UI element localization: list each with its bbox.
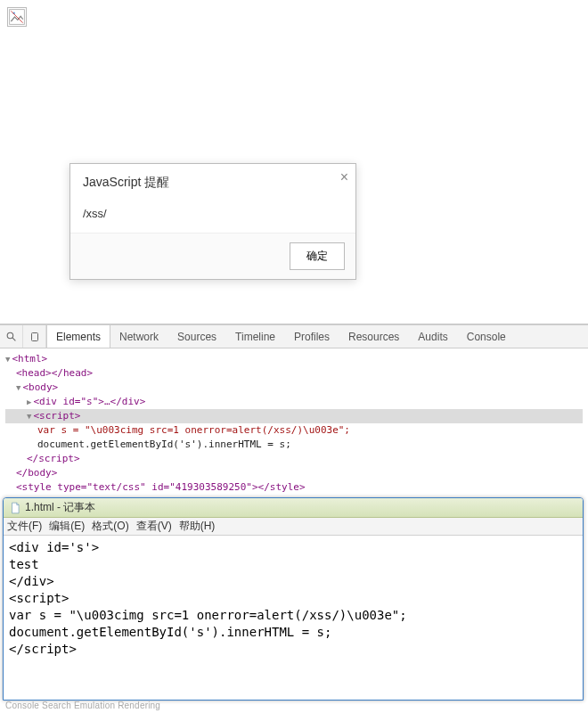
dom-line: <html> xyxy=(12,353,47,365)
menu-file[interactable]: 文件(F) xyxy=(7,519,42,534)
dialog-title-text: JavaScript 提醒 xyxy=(83,175,169,189)
dom-line: <head></head> xyxy=(16,367,93,379)
tab-console[interactable]: Console xyxy=(458,325,516,348)
devtools-tabbar: Elements Network Sources Timeline Profil… xyxy=(0,325,588,348)
tab-audits[interactable]: Audits xyxy=(409,325,457,348)
notepad-title-text: 1.html - 记事本 xyxy=(25,500,95,515)
menu-edit[interactable]: 编辑(E) xyxy=(49,519,85,534)
tab-elements[interactable]: Elements xyxy=(46,325,110,348)
svg-rect-5 xyxy=(31,332,37,340)
svg-line-4 xyxy=(12,338,15,340)
tab-timeline[interactable]: Timeline xyxy=(226,325,285,348)
menu-format[interactable]: 格式(O) xyxy=(92,519,128,534)
dom-line: document.getElementById('s').innerHTML =… xyxy=(37,438,291,450)
dom-line: <style type="text/css" id="419303589250"… xyxy=(16,481,306,493)
dialog-message: /xss/ xyxy=(70,198,355,234)
menu-view[interactable]: 查看(V) xyxy=(136,519,172,534)
devtools-subtabs: Console Search Emulation Rendering xyxy=(0,701,160,713)
js-alert-dialog: JavaScript 提醒 × /xss/ 确定 xyxy=(69,163,356,280)
devtools-panel: Elements Network Sources Timeline Profil… xyxy=(0,324,588,497)
inspect-icon[interactable] xyxy=(0,325,23,348)
dom-line: </script> xyxy=(27,453,80,464)
device-mode-icon[interactable] xyxy=(23,325,46,348)
document-icon xyxy=(9,502,21,514)
dom-line: </body> xyxy=(16,467,57,479)
broken-image-icon xyxy=(7,7,27,27)
notepad-menubar: 文件(F) 编辑(E) 格式(O) 查看(V) 帮助(H) xyxy=(4,518,583,536)
dom-line: <div id="s">…</div> xyxy=(33,396,145,407)
dialog-footer: 确定 xyxy=(70,234,355,279)
notepad-window: 1.html - 记事本 文件(F) 编辑(E) 格式(O) 查看(V) 帮助(… xyxy=(3,497,584,701)
notepad-titlebar[interactable]: 1.html - 记事本 xyxy=(4,498,583,518)
dom-tree[interactable]: ▼<html> <head></head> ▼<body> ▶<div id="… xyxy=(0,348,588,497)
tab-sources[interactable]: Sources xyxy=(168,325,226,348)
tab-resources[interactable]: Resources xyxy=(339,325,409,348)
dialog-close-button[interactable]: × xyxy=(340,169,348,185)
dialog-ok-button[interactable]: 确定 xyxy=(290,242,345,270)
notepad-textarea[interactable]: <div id='s'> test </div> <script> var s … xyxy=(4,536,583,661)
dom-line: <script> xyxy=(33,410,80,422)
svg-point-3 xyxy=(7,332,13,339)
tab-network[interactable]: Network xyxy=(110,325,168,348)
dom-line: <body> xyxy=(22,381,58,393)
dialog-title: JavaScript 提醒 × xyxy=(70,164,355,198)
dom-line: var s = "\u003cimg src=1 onerror=alert(/… xyxy=(37,424,350,436)
tab-profiles[interactable]: Profiles xyxy=(285,325,339,348)
menu-help[interactable]: 帮助(H) xyxy=(179,519,216,534)
page-viewport: JavaScript 提醒 × /xss/ 确定 xyxy=(0,0,588,324)
